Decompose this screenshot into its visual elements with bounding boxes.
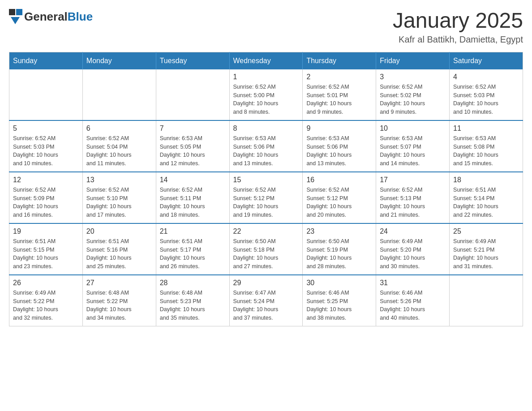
day-info: Sunrise: 6:51 AM Sunset: 5:14 PM Dayligh… [453, 186, 519, 219]
day-number: 31 [380, 279, 446, 287]
calendar-cell: 16Sunrise: 6:52 AM Sunset: 5:12 PM Dayli… [303, 172, 376, 223]
calendar-cell: 29Sunrise: 6:47 AM Sunset: 5:24 PM Dayli… [229, 275, 303, 326]
header: GeneralBlue January 2025 Kafr al Battikh… [9, 9, 523, 45]
day-info: Sunrise: 6:52 AM Sunset: 5:03 PM Dayligh… [13, 134, 79, 168]
calendar-table: SundayMondayTuesdayWednesdayThursdayFrid… [9, 52, 523, 326]
days-of-week-row: SundayMondayTuesdayWednesdayThursdayFrid… [9, 52, 523, 69]
day-header-wednesday: Wednesday [229, 52, 303, 69]
calendar-header: SundayMondayTuesdayWednesdayThursdayFrid… [9, 52, 523, 69]
calendar-cell: 11Sunrise: 6:53 AM Sunset: 5:08 PM Dayli… [450, 120, 523, 172]
calendar-cell: 3Sunrise: 6:52 AM Sunset: 5:02 PM Daylig… [376, 69, 450, 120]
day-info: Sunrise: 6:51 AM Sunset: 5:15 PM Dayligh… [13, 237, 79, 271]
day-number: 26 [13, 279, 79, 287]
calendar-body: 1Sunrise: 6:52 AM Sunset: 5:00 PM Daylig… [9, 69, 523, 326]
day-info: Sunrise: 6:48 AM Sunset: 5:22 PM Dayligh… [86, 289, 152, 322]
day-number: 17 [380, 176, 446, 184]
day-number: 6 [86, 124, 152, 133]
day-info: Sunrise: 6:53 AM Sunset: 5:07 PM Dayligh… [380, 134, 446, 168]
calendar-cell: 14Sunrise: 6:52 AM Sunset: 5:11 PM Dayli… [156, 172, 229, 223]
calendar-cell: 17Sunrise: 6:52 AM Sunset: 5:13 PM Dayli… [376, 172, 450, 223]
calendar-cell: 28Sunrise: 6:48 AM Sunset: 5:23 PM Dayli… [156, 275, 229, 326]
week-row-2: 5Sunrise: 6:52 AM Sunset: 5:03 PM Daylig… [9, 120, 523, 172]
week-row-1: 1Sunrise: 6:52 AM Sunset: 5:00 PM Daylig… [9, 69, 523, 120]
day-number: 21 [160, 227, 226, 235]
calendar-cell: 30Sunrise: 6:46 AM Sunset: 5:25 PM Dayli… [303, 275, 376, 326]
calendar-cell: 19Sunrise: 6:51 AM Sunset: 5:15 PM Dayli… [9, 223, 83, 275]
day-number: 11 [453, 124, 519, 133]
logo-triangle [11, 17, 20, 24]
day-number: 9 [306, 124, 372, 133]
calendar-cell: 8Sunrise: 6:53 AM Sunset: 5:06 PM Daylig… [229, 120, 303, 172]
main-title: January 2025 [393, 9, 523, 33]
logo-general: General [24, 10, 68, 23]
calendar-cell: 4Sunrise: 6:52 AM Sunset: 5:03 PM Daylig… [450, 69, 523, 120]
day-number: 14 [160, 176, 226, 184]
day-info: Sunrise: 6:52 AM Sunset: 5:02 PM Dayligh… [380, 83, 446, 116]
calendar-cell: 7Sunrise: 6:53 AM Sunset: 5:05 PM Daylig… [156, 120, 229, 172]
day-number: 4 [453, 73, 519, 81]
calendar-cell [82, 69, 156, 120]
day-number: 29 [233, 279, 299, 287]
title-area: January 2025 Kafr al Battikh, Damietta, … [393, 9, 523, 45]
day-header-thursday: Thursday [303, 52, 376, 69]
calendar-cell: 26Sunrise: 6:49 AM Sunset: 5:22 PM Dayli… [9, 275, 83, 326]
day-info: Sunrise: 6:49 AM Sunset: 5:21 PM Dayligh… [453, 237, 519, 271]
day-number: 16 [306, 176, 372, 184]
calendar-cell: 2Sunrise: 6:52 AM Sunset: 5:01 PM Daylig… [303, 69, 376, 120]
day-header-tuesday: Tuesday [156, 52, 229, 69]
day-number: 23 [306, 227, 372, 235]
day-info: Sunrise: 6:50 AM Sunset: 5:19 PM Dayligh… [306, 237, 372, 271]
day-info: Sunrise: 6:52 AM Sunset: 5:11 PM Dayligh… [160, 186, 226, 219]
calendar-cell: 23Sunrise: 6:50 AM Sunset: 5:19 PM Dayli… [303, 223, 376, 275]
day-info: Sunrise: 6:52 AM Sunset: 5:01 PM Dayligh… [306, 83, 372, 116]
day-info: Sunrise: 6:49 AM Sunset: 5:20 PM Dayligh… [380, 237, 446, 271]
day-info: Sunrise: 6:51 AM Sunset: 5:16 PM Dayligh… [86, 237, 152, 271]
day-number: 25 [453, 227, 519, 235]
calendar-cell: 9Sunrise: 6:53 AM Sunset: 5:06 PM Daylig… [303, 120, 376, 172]
calendar-cell: 5Sunrise: 6:52 AM Sunset: 5:03 PM Daylig… [9, 120, 83, 172]
logo-text: GeneralBlue [24, 10, 93, 24]
day-info: Sunrise: 6:53 AM Sunset: 5:06 PM Dayligh… [233, 134, 299, 168]
day-number: 19 [13, 227, 79, 235]
calendar-cell: 25Sunrise: 6:49 AM Sunset: 5:21 PM Dayli… [450, 223, 523, 275]
calendar-cell [156, 69, 229, 120]
logo-square-blue [16, 9, 22, 15]
calendar-cell [9, 69, 83, 120]
day-info: Sunrise: 6:52 AM Sunset: 5:04 PM Dayligh… [86, 134, 152, 168]
day-number: 18 [453, 176, 519, 184]
day-info: Sunrise: 6:49 AM Sunset: 5:22 PM Dayligh… [13, 289, 79, 322]
calendar-cell: 12Sunrise: 6:52 AM Sunset: 5:09 PM Dayli… [9, 172, 83, 223]
day-number: 24 [380, 227, 446, 235]
day-info: Sunrise: 6:52 AM Sunset: 5:00 PM Dayligh… [233, 83, 299, 116]
logo: GeneralBlue [9, 9, 93, 24]
calendar-cell: 21Sunrise: 6:51 AM Sunset: 5:17 PM Dayli… [156, 223, 229, 275]
day-number: 27 [86, 279, 152, 287]
calendar-cell [450, 275, 523, 326]
day-number: 12 [13, 176, 79, 184]
day-info: Sunrise: 6:51 AM Sunset: 5:17 PM Dayligh… [160, 237, 226, 271]
day-number: 2 [306, 73, 372, 81]
day-number: 13 [86, 176, 152, 184]
day-info: Sunrise: 6:53 AM Sunset: 5:06 PM Dayligh… [306, 134, 372, 168]
day-number: 8 [233, 124, 299, 133]
logo-blue: Blue [68, 10, 93, 23]
week-row-3: 12Sunrise: 6:52 AM Sunset: 5:09 PM Dayli… [9, 172, 523, 223]
calendar-cell: 6Sunrise: 6:52 AM Sunset: 5:04 PM Daylig… [82, 120, 156, 172]
day-info: Sunrise: 6:52 AM Sunset: 5:13 PM Dayligh… [380, 186, 446, 219]
day-header-friday: Friday [376, 52, 450, 69]
calendar-cell: 13Sunrise: 6:52 AM Sunset: 5:10 PM Dayli… [82, 172, 156, 223]
day-number: 5 [13, 124, 79, 133]
logo-square-dark [9, 9, 15, 15]
day-info: Sunrise: 6:47 AM Sunset: 5:24 PM Dayligh… [233, 289, 299, 322]
day-info: Sunrise: 6:52 AM Sunset: 5:10 PM Dayligh… [86, 186, 152, 219]
day-number: 30 [306, 279, 372, 287]
day-info: Sunrise: 6:52 AM Sunset: 5:03 PM Dayligh… [453, 83, 519, 116]
day-info: Sunrise: 6:48 AM Sunset: 5:23 PM Dayligh… [160, 289, 226, 322]
logo-shape [9, 9, 22, 24]
day-header-saturday: Saturday [450, 52, 523, 69]
day-number: 1 [233, 73, 299, 81]
day-info: Sunrise: 6:52 AM Sunset: 5:12 PM Dayligh… [306, 186, 372, 219]
day-number: 10 [380, 124, 446, 133]
day-number: 7 [160, 124, 226, 133]
day-number: 22 [233, 227, 299, 235]
